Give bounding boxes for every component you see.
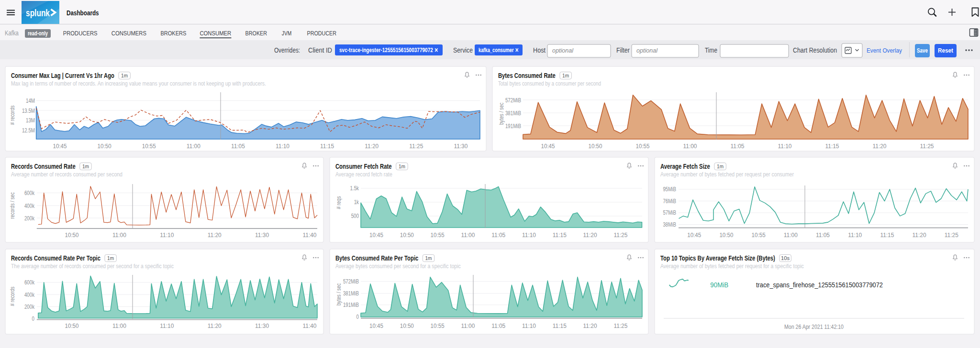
svg-text:11:15: 11:15	[553, 323, 567, 329]
svg-text:Average Fetch Size: Average Fetch Size	[660, 162, 710, 170]
svg-text:10:45: 10:45	[53, 143, 67, 150]
svg-text:1m: 1m	[107, 255, 114, 261]
svg-text:572MiB: 572MiB	[343, 278, 359, 285]
svg-text:11:30: 11:30	[255, 232, 269, 239]
svg-text:Reset: Reset	[938, 47, 954, 54]
svg-text:Chart Resolution: Chart Resolution	[793, 46, 837, 54]
svg-text:11:15: 11:15	[825, 143, 839, 150]
svg-text:11:40: 11:40	[303, 323, 317, 329]
svg-text:11:25: 11:25	[920, 143, 934, 150]
svg-text:BROKERS: BROKERS	[160, 30, 186, 37]
svg-text:11:25: 11:25	[613, 323, 627, 329]
svg-text:Dashboards: Dashboards	[67, 9, 99, 17]
svg-text:0: 0	[356, 314, 359, 320]
svg-text:Bytes Consumed Rate: Bytes Consumed Rate	[498, 71, 556, 79]
svg-text:Average record fetch rate: Average record fetch rate	[335, 171, 392, 178]
svg-text:11:10: 11:10	[522, 323, 536, 329]
svg-text:11:10: 11:10	[276, 143, 290, 150]
svg-text:200k: 200k	[24, 215, 35, 222]
svg-text:572MiB: 572MiB	[505, 97, 521, 104]
svg-text:11:20: 11:20	[913, 232, 926, 239]
svg-text:10:45: 10:45	[541, 143, 555, 150]
svg-text:95MiB: 95MiB	[663, 186, 676, 193]
svg-text:Overrides:: Overrides:	[274, 46, 300, 54]
svg-text:11:20: 11:20	[583, 323, 597, 329]
svg-text:11:25: 11:25	[409, 143, 423, 150]
svg-text:1m: 1m	[399, 163, 405, 169]
svg-text:11:00: 11:00	[112, 232, 126, 239]
svg-text:kafka_consumer ✕: kafka_consumer ✕	[479, 47, 519, 54]
svg-text:500: 500	[351, 213, 359, 219]
svg-text:1m: 1m	[82, 163, 89, 169]
svg-text:1m: 1m	[121, 73, 128, 78]
svg-text:11:15: 11:15	[553, 232, 567, 239]
svg-text:1.5k: 1.5k	[350, 185, 359, 192]
svg-text:11:05: 11:05	[231, 143, 245, 150]
svg-text:10:45: 10:45	[369, 232, 383, 239]
svg-text:0: 0	[32, 315, 34, 322]
svg-text:1m: 1m	[562, 73, 569, 78]
svg-text:200k: 200k	[24, 304, 35, 310]
svg-text:10:55: 10:55	[142, 143, 156, 150]
svg-text:Average bytes consumed per sec: Average bytes consumed per second for a …	[335, 262, 461, 270]
svg-text:svc-trace-ingester-12555156150: svc-trace-ingester-1255515615003779072 ✕	[339, 47, 438, 54]
svg-text:Bytes Consumed Rate Per Topic: Bytes Consumed Rate Per Topic	[335, 254, 418, 262]
svg-text:splunk: splunk	[26, 8, 50, 18]
svg-text:11:20: 11:20	[365, 143, 379, 150]
svg-text:11:25: 11:25	[945, 232, 958, 239]
svg-text:11:00: 11:00	[461, 232, 475, 239]
svg-text:400k: 400k	[24, 292, 35, 298]
svg-text:Consumer Fetch Rate: Consumer Fetch Rate	[335, 162, 392, 170]
svg-text:JVM: JVM	[282, 30, 292, 37]
svg-text:Time: Time	[705, 46, 717, 54]
svg-text:381MiB: 381MiB	[505, 110, 521, 117]
svg-text:10:55: 10:55	[752, 232, 766, 239]
svg-text:10:50: 10:50	[65, 323, 79, 329]
svg-text:bytes / sec: bytes / sec	[498, 103, 505, 125]
svg-text:11:05: 11:05	[731, 143, 745, 150]
svg-text:read-only: read-only	[28, 30, 48, 37]
svg-text:Client ID: Client ID	[308, 46, 332, 54]
svg-text:11:10: 11:10	[848, 232, 862, 239]
svg-text:optional: optional	[552, 47, 574, 54]
svg-text:11:10: 11:10	[160, 323, 174, 329]
svg-text:11:05: 11:05	[816, 232, 830, 239]
svg-text:191MiB: 191MiB	[343, 302, 359, 308]
svg-text:Average number of records cons: Average number of records consumed per s…	[11, 171, 122, 178]
svg-text:11:20: 11:20	[873, 143, 887, 150]
svg-text:10:50: 10:50	[589, 143, 602, 150]
svg-text:bytes / sec: bytes / sec	[335, 283, 342, 306]
svg-text:optional: optional	[636, 47, 658, 54]
svg-text:11:30: 11:30	[255, 323, 269, 329]
svg-text:CONSUMER: CONSUMER	[200, 30, 231, 37]
svg-text:# reqs: # reqs	[335, 196, 342, 209]
svg-text:Mon 26 Apr 2021 11:42:10: Mon 26 Apr 2021 11:42:10	[784, 323, 844, 330]
svg-text:76MiB: 76MiB	[663, 198, 676, 205]
svg-text:11:15: 11:15	[880, 232, 894, 239]
svg-text:10:55: 10:55	[431, 232, 445, 239]
svg-text:1k: 1k	[354, 199, 359, 206]
svg-text:90MiB: 90MiB	[710, 281, 728, 289]
svg-text:13M: 13M	[26, 117, 35, 124]
svg-text:PRODUCER: PRODUCER	[307, 30, 337, 37]
svg-text:Event Overlay: Event Overlay	[867, 47, 902, 54]
svg-text:records / sec: records / sec	[9, 192, 16, 219]
svg-text:10:45: 10:45	[687, 232, 701, 239]
svg-text:191MiB: 191MiB	[505, 123, 521, 130]
svg-text:10:50: 10:50	[719, 232, 733, 239]
svg-text:Records Consumed Rate: Records Consumed Rate	[11, 162, 76, 170]
svg-text:11:00: 11:00	[784, 232, 798, 239]
svg-text:The average number of records: The average number of records consumed p…	[11, 262, 174, 270]
svg-text:CONSUMERS: CONSUMERS	[111, 30, 146, 37]
svg-text:11:20: 11:20	[208, 323, 222, 329]
svg-text:BROKER: BROKER	[245, 30, 267, 37]
svg-text:11:25: 11:25	[613, 232, 627, 239]
svg-text:600k: 600k	[24, 279, 35, 286]
svg-text:Kafka: Kafka	[5, 29, 19, 37]
svg-text:11:10: 11:10	[522, 232, 536, 239]
svg-text:12.5M: 12.5M	[22, 127, 35, 134]
svg-text:1m: 1m	[717, 163, 724, 169]
svg-text:10s: 10s	[781, 255, 790, 261]
svg-text:11:05: 11:05	[491, 232, 505, 239]
svg-text:Total bytes consumed by a cons: Total bytes consumed by a consumer per s…	[498, 80, 601, 87]
